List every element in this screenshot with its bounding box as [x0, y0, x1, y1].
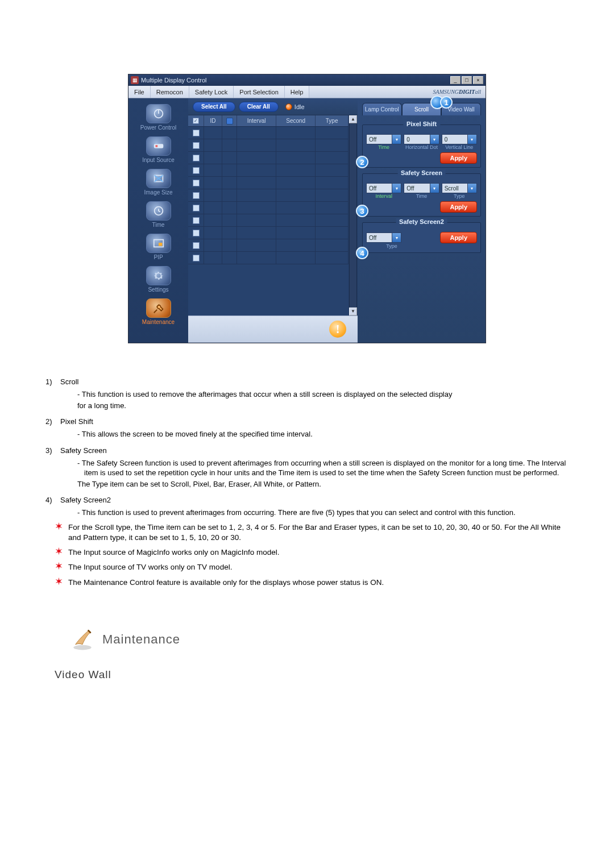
clock-icon: [146, 201, 171, 221]
heading-text: Maintenance: [102, 632, 180, 647]
menu-help[interactable]: Help: [285, 86, 310, 98]
pixel-shift-time-select[interactable]: Off▾: [366, 134, 401, 144]
note-text: The Maintenance Control feature is avail…: [68, 578, 384, 588]
row-checkbox[interactable]: [193, 230, 200, 236]
col-checkbox[interactable]: ✓: [188, 115, 204, 126]
item-desc: The Type item can be set to Scroll, Pixe…: [77, 479, 569, 489]
sidebar-item-settings[interactable]: Settings: [132, 264, 185, 295]
safety-screen-interval-label: Interval: [366, 193, 401, 199]
chevron-down-icon: ▾: [430, 184, 439, 193]
chevron-down-icon: ▾: [392, 233, 401, 242]
toolbar: Select All Clear All Idle: [188, 98, 358, 115]
row-checkbox[interactable]: [193, 167, 200, 174]
table-row[interactable]: [188, 252, 349, 264]
safety-screen2-apply-button[interactable]: Apply: [440, 232, 477, 243]
item-desc: - This allows the screen to be moved fin…: [77, 429, 569, 439]
select-all-button[interactable]: Select All: [193, 102, 235, 112]
close-button[interactable]: ×: [473, 76, 483, 84]
row-checkbox[interactable]: [193, 142, 200, 149]
sidebar-item-label: Settings: [148, 286, 168, 293]
sidebar-item-maintenance[interactable]: Maintenance: [132, 296, 185, 327]
sidebar-item-pip[interactable]: PIP: [132, 231, 185, 263]
row-checkbox[interactable]: [193, 192, 200, 199]
safety-screen-type-label: Type: [442, 193, 477, 199]
table-row[interactable]: [188, 177, 349, 189]
right-panel: 1 Lamp Control Scroll Video Wall Pixel S…: [358, 98, 486, 343]
pixel-shift-vline-select[interactable]: 0▾: [442, 134, 477, 144]
sidebar-item-label: PIP: [154, 254, 163, 260]
col-id: ID: [204, 115, 222, 126]
pixel-shift-apply-button[interactable]: Apply: [440, 152, 477, 164]
scroll-track[interactable]: [349, 123, 357, 308]
col-status: [222, 115, 237, 126]
row-checkbox[interactable]: [193, 205, 200, 211]
chevron-down-icon: ▾: [392, 184, 401, 193]
svg-rect-7: [159, 243, 162, 246]
row-checkbox[interactable]: [193, 155, 200, 161]
table-row[interactable]: [188, 139, 349, 152]
svg-rect-3: [155, 145, 157, 147]
sidebar: Power Control Input Source Image Size: [128, 98, 188, 343]
row-checkbox[interactable]: [193, 180, 200, 186]
chevron-down-icon: ▾: [467, 184, 476, 193]
row-checkbox[interactable]: [193, 217, 200, 224]
safety-screen-apply-button[interactable]: Apply: [440, 201, 477, 213]
safety-screen-time-select[interactable]: Off▾: [404, 183, 439, 193]
display-table: ✓ ID Interval Second Type ▲ ▼: [188, 115, 358, 315]
row-checkbox[interactable]: [193, 242, 200, 249]
tab-scroll[interactable]: Scroll: [402, 103, 442, 115]
item-number: 2): [45, 417, 60, 426]
table-row[interactable]: [188, 227, 349, 239]
table-row[interactable]: [188, 202, 349, 214]
item-title: Scroll: [60, 377, 79, 386]
sidebar-item-input-source[interactable]: Input Source: [132, 134, 185, 165]
minimize-button[interactable]: _: [450, 76, 460, 84]
image-size-icon: [146, 169, 171, 188]
sidebar-item-power-control[interactable]: Power Control: [132, 102, 185, 133]
col-type: Type: [316, 115, 349, 126]
row-checkbox[interactable]: [193, 255, 200, 261]
table-row[interactable]: [188, 189, 349, 202]
sidebar-item-label: Image Size: [144, 189, 172, 196]
sidebar-item-image-size[interactable]: Image Size: [132, 167, 185, 198]
table-row[interactable]: [188, 239, 349, 252]
col-second: Second: [276, 115, 316, 126]
clear-all-button[interactable]: Clear All: [239, 102, 279, 112]
table-scrollbar[interactable]: ▲ ▼: [349, 115, 358, 315]
menu-remocon[interactable]: Remocon: [151, 86, 189, 98]
table-row[interactable]: [188, 127, 349, 139]
table-row[interactable]: [188, 214, 349, 227]
row-checkbox[interactable]: [193, 130, 200, 136]
pixel-shift-hdot-select[interactable]: 0▾: [404, 134, 439, 144]
item-desc: - This function is used to remove the af…: [77, 389, 569, 400]
star-icon: ✶: [55, 522, 65, 543]
callout-3: 3: [356, 205, 368, 217]
scroll-down-button[interactable]: ▼: [349, 308, 357, 315]
tab-lamp-control[interactable]: Lamp Control: [362, 103, 402, 115]
item-title: Safety Screen2: [60, 496, 111, 504]
sidebar-item-label: Time: [152, 222, 165, 228]
safety-screen2-group: Safety Screen2 Off▾ Apply Type 4: [362, 222, 481, 253]
menu-file[interactable]: File: [128, 86, 151, 98]
safety-screen-type-select[interactable]: Scroll▾: [442, 183, 477, 193]
table-row[interactable]: [188, 152, 349, 164]
pixel-shift-time-label: Time: [366, 144, 401, 150]
note-text: The Input source of TV works only on TV …: [68, 562, 232, 572]
sidebar-item-label: Maintenance: [142, 319, 175, 325]
safety-screen2-type-select[interactable]: Off▾: [366, 232, 401, 243]
menubar: File Remocon Safety Lock Port Selection …: [128, 86, 486, 98]
brush-icon: [70, 628, 94, 651]
maximize-button[interactable]: □: [462, 76, 472, 84]
star-icon: ✶: [55, 547, 65, 558]
menu-safety-lock[interactable]: Safety Lock: [189, 86, 234, 98]
pixel-shift-group: Pixel Shift Off▾ 0▾ 0▾ Time Horizontal D…: [362, 124, 481, 168]
table-row[interactable]: [188, 164, 349, 177]
sidebar-item-label: Power Control: [140, 124, 176, 131]
safety-screen-legend: Safety Screen: [397, 169, 446, 176]
item-number: 4): [45, 496, 60, 504]
power-icon: [146, 104, 171, 123]
sidebar-item-time[interactable]: Time: [132, 199, 185, 230]
menu-port-selection[interactable]: Port Selection: [234, 86, 284, 98]
scroll-up-button[interactable]: ▲: [349, 115, 357, 123]
safety-screen-interval-select[interactable]: Off▾: [366, 183, 401, 193]
